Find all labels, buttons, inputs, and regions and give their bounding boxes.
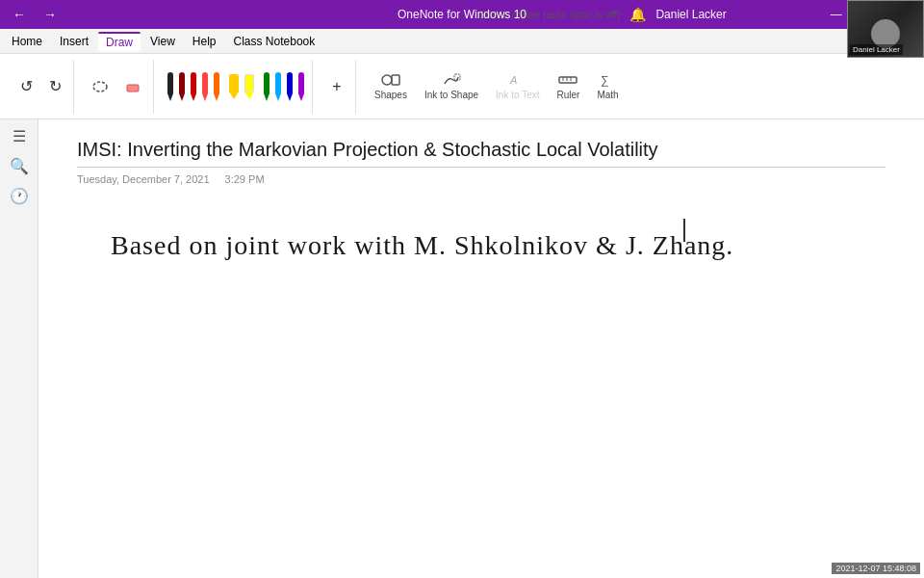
svg-rect-6 bbox=[559, 77, 577, 83]
svg-rect-3 bbox=[392, 75, 399, 85]
pen-purple[interactable] bbox=[296, 69, 306, 104]
menu-insert[interactable]: Insert bbox=[52, 33, 96, 50]
menu-help[interactable]: Help bbox=[185, 33, 224, 50]
pen-green[interactable] bbox=[262, 69, 271, 104]
ink-to-shape-button[interactable]: Ink to Shape bbox=[418, 68, 485, 104]
ruler-button[interactable]: Ruler bbox=[550, 68, 586, 104]
menu-draw[interactable]: Draw bbox=[98, 32, 141, 51]
ribbon-pens-group bbox=[160, 60, 313, 114]
user-name: Daniel Lacker bbox=[655, 8, 726, 21]
pen-dark-red[interactable] bbox=[177, 69, 187, 104]
pen-light-red[interactable] bbox=[200, 69, 210, 104]
page-time: 3:29 PM bbox=[225, 173, 265, 185]
sidebar: ☰ 🔍 🕐 bbox=[0, 119, 38, 578]
page-title[interactable]: IMSI: Inverting the Markovian Projection… bbox=[77, 139, 886, 168]
sidebar-pages-icon[interactable]: ☰ bbox=[13, 127, 26, 145]
timestamp-overlay: 2021-12-07 15:48:08 bbox=[832, 563, 920, 574]
main-content: IMSI: Inverting the Markovian Projection… bbox=[38, 119, 924, 578]
text-cursor bbox=[683, 219, 685, 242]
menu-home[interactable]: Home bbox=[4, 33, 50, 50]
menu-view[interactable]: View bbox=[142, 33, 183, 50]
notification-icon[interactable]: 🔔 bbox=[629, 7, 646, 22]
pen-light-blue[interactable] bbox=[273, 69, 283, 104]
title-bar: ← → OneNote for Windows 10 Saved offline… bbox=[0, 0, 924, 29]
math-button[interactable]: ∑ Math bbox=[590, 68, 625, 104]
lasso-button[interactable] bbox=[86, 74, 115, 99]
page-area: IMSI: Inverting the Markovian Projection… bbox=[38, 119, 924, 339]
minimize-button[interactable]: — bbox=[823, 0, 850, 29]
ribbon: ↺ ↻ bbox=[0, 54, 924, 119]
eraser-button[interactable] bbox=[118, 74, 147, 99]
pen-gold[interactable] bbox=[227, 71, 241, 102]
handwritten-svg: Based on joint work with M. Shkolnikov &… bbox=[106, 214, 780, 272]
add-pen-button[interactable]: + bbox=[324, 74, 349, 99]
sidebar-history-icon[interactable]: 🕐 bbox=[10, 187, 29, 205]
user-label-overlay: Daniel Lacker bbox=[850, 44, 903, 55]
redo-button[interactable]: ↻ bbox=[42, 74, 67, 99]
sidebar-search-icon[interactable]: 🔍 bbox=[10, 157, 29, 175]
ribbon-undo-group: ↺ ↻ bbox=[8, 60, 74, 114]
back-button[interactable]: ← bbox=[8, 5, 31, 24]
svg-text:Based on joint work with M. Sh: Based on joint work with M. Shkolnikov &… bbox=[111, 230, 733, 260]
menu-bar: Home Insert Draw View Help Class Noteboo… bbox=[0, 29, 924, 54]
pen-yellow[interactable] bbox=[243, 71, 256, 102]
app-title: OneNote for Windows 10 bbox=[398, 8, 526, 21]
svg-rect-1 bbox=[127, 85, 139, 92]
ink-to-text-button[interactable]: A Ink to Text bbox=[489, 68, 546, 104]
svg-point-2 bbox=[382, 75, 392, 85]
svg-point-0 bbox=[93, 82, 107, 92]
forward-button[interactable]: → bbox=[38, 5, 62, 24]
pen-blue[interactable] bbox=[285, 69, 295, 104]
svg-text:∑: ∑ bbox=[601, 73, 609, 87]
webcam-thumbnail: Daniel Lacker bbox=[847, 0, 924, 58]
ribbon-add-pen-group: + bbox=[319, 60, 356, 114]
title-bar-nav: ← → bbox=[8, 5, 62, 24]
page-meta: Tuesday, December 7, 2021 3:29 PM bbox=[77, 173, 886, 185]
ribbon-selection-group bbox=[80, 60, 154, 114]
undo-button[interactable]: ↺ bbox=[13, 74, 38, 99]
page-date: Tuesday, December 7, 2021 bbox=[77, 173, 210, 185]
svg-text:A: A bbox=[509, 74, 517, 86]
pen-orange[interactable] bbox=[212, 69, 221, 104]
handwritten-area: Based on joint work with M. Shkolnikov &… bbox=[77, 204, 886, 320]
pen-red[interactable] bbox=[189, 69, 198, 104]
pen-black[interactable] bbox=[166, 69, 175, 104]
shapes-button[interactable]: Shapes bbox=[368, 68, 414, 104]
ribbon-tools-group: Shapes Ink to Shape A Ink to Text Ruler … bbox=[362, 60, 631, 114]
menu-class-notebook[interactable]: Class Notebook bbox=[226, 33, 323, 50]
